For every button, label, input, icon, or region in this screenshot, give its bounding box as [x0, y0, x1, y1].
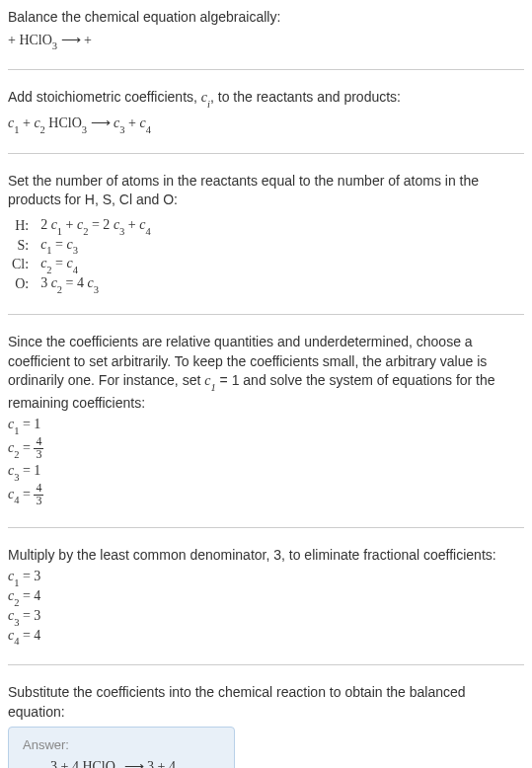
step-1-reaction: + HClO3 ⟶ +	[8, 32, 524, 50]
eq: =	[52, 237, 67, 252]
sub: 4	[14, 636, 19, 647]
pre: 2	[40, 217, 51, 232]
eq-c1-sub: 1	[14, 124, 19, 135]
answer-right: 3 + 4	[147, 759, 176, 769]
val: = 3	[19, 569, 40, 583]
divider	[8, 153, 524, 154]
coef-c2: c2 = 43	[8, 436, 524, 461]
eq: = 4	[62, 275, 87, 290]
table-row: S: c1 = c3	[8, 236, 155, 256]
fraction: 43	[34, 436, 43, 461]
eq-hclo: HClO	[45, 115, 82, 130]
answer-equation: 3 + 4 HClO3 ⟶ 3 + 4	[23, 758, 220, 769]
coef-line: c3 = 3	[8, 608, 524, 626]
row-label: S:	[8, 236, 37, 256]
c3: c	[67, 237, 73, 252]
c3s: 3	[94, 284, 99, 295]
atom-equations-table: H: 2 c1 + c2 = 2 c3 + c4 S: c1 = c3 Cl: …	[8, 216, 155, 294]
c4s: 4	[145, 226, 150, 237]
c3: c	[88, 275, 94, 290]
answer-label: Answer:	[23, 737, 220, 752]
step-1-text: Balance the chemical equation algebraica…	[8, 8, 524, 28]
den: 3	[34, 449, 43, 461]
reaction-right: +	[84, 33, 92, 47]
sub: 1	[14, 577, 19, 588]
c1-sub: 1	[210, 382, 215, 393]
table-row: H: 2 c1 + c2 = 2 c3 + c4	[8, 216, 155, 236]
step-2: Add stoichiometric coefficients, ci, to …	[8, 88, 524, 132]
den: 3	[34, 496, 43, 507]
sub: 4	[14, 495, 19, 505]
step-3-text: Set the number of atoms in the reactants…	[8, 172, 524, 210]
c3: c	[67, 256, 73, 270]
eq-hclo-sub: 3	[82, 124, 87, 135]
divider	[8, 664, 524, 665]
step-4-text: Since the coefficients are relative quan…	[8, 333, 524, 413]
eq-plus1: +	[19, 115, 34, 130]
val: = 1	[19, 463, 40, 478]
coef-c1: c1 = 1	[8, 417, 524, 434]
reaction-left: + HClO	[8, 33, 52, 47]
c3s: 3	[73, 245, 78, 256]
ci: ci	[201, 90, 210, 105]
coef-line: c2 = 4	[8, 588, 524, 606]
step2-text-b: , to the reactants and products:	[210, 89, 401, 105]
step2-text-a: Add stoichiometric coefficients,	[8, 89, 201, 105]
eq-c2-sub: 2	[40, 124, 45, 135]
mid2: +	[124, 217, 139, 232]
sub: 2	[14, 597, 19, 608]
sub: 2	[14, 449, 19, 460]
eq: = 2	[88, 217, 113, 232]
eq-plus2: +	[125, 115, 140, 130]
c1s: 2	[46, 265, 51, 275]
eq-c3-sub: 3	[119, 124, 124, 135]
divider	[8, 314, 524, 315]
sub: 3	[14, 472, 19, 483]
c3s: 3	[119, 226, 124, 237]
reaction-sub: 3	[52, 40, 57, 51]
step-5: Multiply by the least common denominator…	[8, 546, 524, 646]
answer-box: Answer: 3 + 4 HClO3 ⟶ 3 + 4	[8, 727, 235, 769]
c2s: 2	[83, 226, 88, 237]
coef-line: c1 = 3	[8, 569, 524, 586]
sub: 1	[14, 425, 19, 436]
step-1: Balance the chemical equation algebraica…	[8, 8, 524, 49]
eq-c4-sub: 4	[146, 124, 151, 135]
coef-c4: c4 = 43	[8, 483, 524, 507]
sub: 3	[14, 617, 19, 628]
eq-c2: c	[34, 115, 39, 130]
eq-arrow: ⟶	[87, 115, 114, 130]
eq: =	[19, 440, 34, 455]
eq: =	[52, 256, 67, 270]
fraction: 43	[34, 483, 43, 507]
val: = 4	[19, 628, 40, 643]
c1: c	[51, 275, 57, 290]
ci-sub: i	[207, 99, 210, 110]
divider	[8, 69, 524, 70]
table-row: Cl: c2 = c4	[8, 255, 155, 274]
c1: c	[51, 217, 57, 232]
step-4: Since the coefficients are relative quan…	[8, 333, 524, 506]
table-row: O: 3 c2 = 4 c3	[8, 274, 155, 294]
val: = 4	[19, 588, 40, 603]
eq: =	[19, 486, 34, 500]
val: = 3	[19, 608, 40, 623]
coef-c3: c3 = 1	[8, 463, 524, 481]
row-eq: 2 c1 + c2 = 2 c3 + c4	[37, 216, 155, 236]
row-label: O:	[8, 274, 37, 294]
answer-left: 3 + 4 HClO	[50, 759, 115, 769]
row-eq: c1 = c3	[37, 236, 155, 256]
step-5-text: Multiply by the least common denominator…	[8, 546, 524, 566]
c3s: 4	[73, 265, 78, 275]
c1s: 1	[46, 245, 51, 256]
mid1: +	[62, 217, 77, 232]
step-2-text: Add stoichiometric coefficients, ci, to …	[8, 88, 524, 110]
pre: 3	[40, 275, 51, 290]
coef-line: c4 = 4	[8, 628, 524, 646]
step-6: Substitute the coefficients into the che…	[8, 683, 524, 768]
answer-arrow: ⟶	[120, 759, 147, 769]
row-label: H:	[8, 216, 37, 236]
step-2-equation: c1 + c2 HClO3 ⟶ c3 + c4	[8, 115, 524, 133]
reaction-arrow: ⟶	[57, 33, 84, 47]
c1s: 2	[57, 284, 62, 295]
